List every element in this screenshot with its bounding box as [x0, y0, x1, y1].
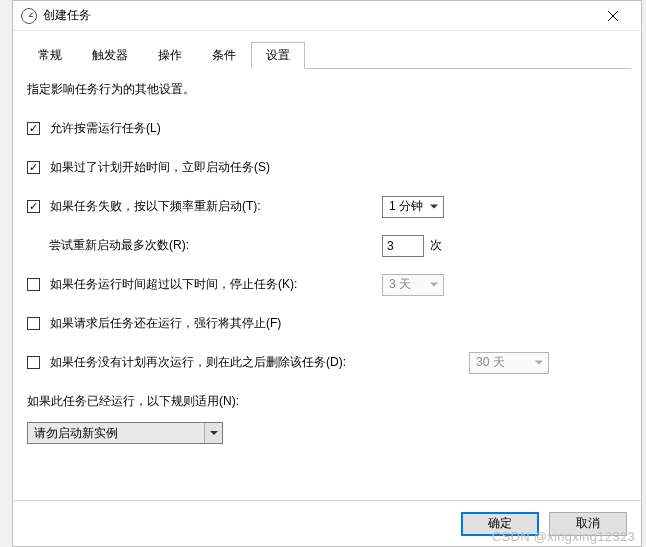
tab-settings[interactable]: 设置	[251, 42, 305, 69]
create-task-dialog: 创建任务 常规 触发器 操作 条件 设置 指定影响任务行为的其他设置。 允许按需…	[12, 0, 642, 547]
tab-bar: 常规 触发器 操作 条件 设置	[13, 31, 641, 68]
row-run-asap: 如果过了计划开始时间，立即启动任务(S)	[27, 159, 627, 176]
chevron-down-icon	[430, 204, 438, 209]
tab-general[interactable]: 常规	[23, 42, 77, 69]
tab-actions[interactable]: 操作	[143, 42, 197, 69]
dialog-footer: 确定 取消	[13, 500, 641, 546]
checkbox-delete-if-not-scheduled[interactable]	[27, 356, 40, 369]
ok-button-label: 确定	[488, 515, 512, 532]
tab-conditions[interactable]: 条件	[197, 42, 251, 69]
checkbox-restart-on-fail[interactable]	[27, 200, 40, 213]
panel-description: 指定影响任务行为的其他设置。	[27, 81, 627, 98]
label-allow-on-demand: 允许按需运行任务(L)	[50, 120, 161, 137]
row-allow-on-demand: 允许按需运行任务(L)	[27, 120, 627, 137]
row-restart-on-fail: 如果任务失败，按以下频率重新启动(T): 1 分钟	[27, 198, 627, 215]
checkbox-allow-on-demand[interactable]	[27, 122, 40, 135]
titlebar: 创建任务	[13, 1, 641, 31]
cancel-button-label: 取消	[576, 515, 600, 532]
chevron-down-icon	[204, 423, 222, 443]
label-stop-if-longer: 如果任务运行时间超过以下时间，停止任务(K):	[50, 276, 297, 293]
close-button[interactable]	[593, 2, 633, 30]
close-icon	[608, 11, 618, 21]
tab-triggers[interactable]: 触发器	[77, 42, 143, 69]
select-if-already-running[interactable]: 请勿启动新实例	[27, 422, 223, 444]
label-force-stop: 如果请求后任务还在运行，强行将其停止(F)	[50, 315, 281, 332]
row-stop-if-longer: 如果任务运行时间超过以下时间，停止任务(K): 3 天	[27, 276, 627, 293]
label-if-already-running: 如果此任务已经运行，以下规则适用(N):	[27, 393, 239, 410]
row-delete-if-not-scheduled: 如果任务没有计划再次运行，则在此之后删除该任务(D): 30 天	[27, 354, 627, 371]
select-stop-duration-value: 3 天	[389, 276, 411, 293]
restart-attempts-suffix: 次	[430, 237, 442, 254]
label-run-asap: 如果过了计划开始时间，立即启动任务(S)	[50, 159, 270, 176]
window-title: 创建任务	[43, 7, 593, 24]
restart-attempts-value: 3	[387, 239, 394, 253]
row-restart-attempts: 尝试重新启动最多次数(R): 3 次	[27, 237, 627, 254]
chevron-down-icon	[535, 360, 543, 365]
select-restart-interval-value: 1 分钟	[389, 198, 423, 215]
checkbox-run-asap[interactable]	[27, 161, 40, 174]
checkbox-stop-if-longer[interactable]	[27, 278, 40, 291]
select-delete-after: 30 天	[469, 352, 549, 374]
settings-panel: 指定影响任务行为的其他设置。 允许按需运行任务(L) 如果过了计划开始时间，立即…	[13, 69, 641, 500]
checkbox-force-stop[interactable]	[27, 317, 40, 330]
cancel-button[interactable]: 取消	[549, 512, 627, 536]
select-if-already-running-value: 请勿启动新实例	[34, 425, 118, 442]
select-restart-interval[interactable]: 1 分钟	[382, 196, 444, 218]
select-delete-after-value: 30 天	[476, 354, 505, 371]
label-delete-if-not-scheduled: 如果任务没有计划再次运行，则在此之后删除该任务(D):	[50, 354, 346, 371]
ok-button[interactable]: 确定	[461, 512, 539, 536]
chevron-down-icon	[430, 282, 438, 287]
clock-icon	[21, 8, 37, 24]
select-stop-duration: 3 天	[382, 274, 444, 296]
row-if-already-running-select: 请勿启动新实例	[27, 422, 627, 444]
row-if-already-running-label: 如果此任务已经运行，以下规则适用(N):	[27, 393, 627, 410]
label-restart-on-fail: 如果任务失败，按以下频率重新启动(T):	[50, 198, 261, 215]
label-restart-attempts: 尝试重新启动最多次数(R):	[49, 237, 189, 254]
row-force-stop: 如果请求后任务还在运行，强行将其停止(F)	[27, 315, 627, 332]
input-restart-attempts[interactable]: 3	[382, 235, 424, 257]
